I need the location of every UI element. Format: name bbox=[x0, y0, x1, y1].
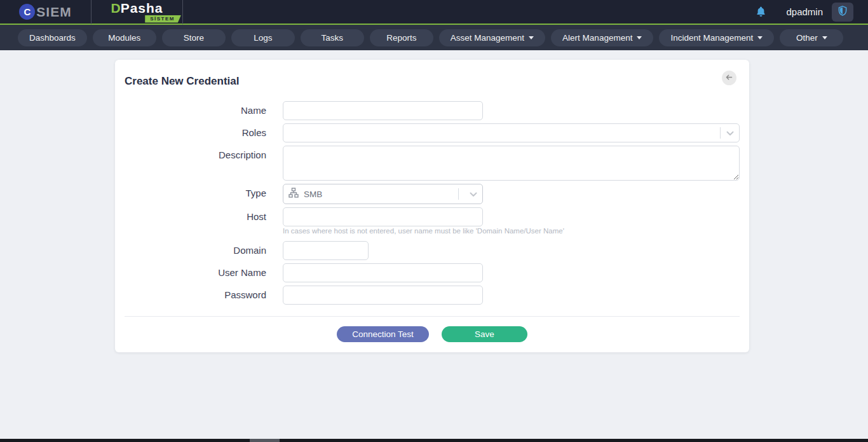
chevron-down-icon bbox=[529, 36, 534, 39]
user-name-input[interactable] bbox=[283, 263, 483, 282]
domain-input[interactable] bbox=[283, 241, 369, 260]
description-row: Description bbox=[125, 146, 740, 181]
domain-row: Domain bbox=[125, 241, 740, 260]
top-header: C SIEM D Pasha SİSTEM dpadmin bbox=[0, 0, 868, 25]
csiem-logo: C SIEM bbox=[0, 0, 91, 24]
chevron-down-icon bbox=[757, 36, 763, 39]
logged-in-username[interactable]: dpadmin bbox=[786, 6, 823, 17]
nav-item-tasks[interactable]: Tasks bbox=[301, 29, 364, 46]
nav-item-modules[interactable]: Modules bbox=[93, 29, 156, 46]
horizontal-scrollbar-thumb[interactable] bbox=[250, 439, 280, 442]
nav-item-alert-management[interactable]: Alert Management bbox=[551, 29, 653, 46]
form-actions: Connection Test Save bbox=[125, 317, 740, 342]
header-divider bbox=[182, 0, 183, 24]
host-row: Host bbox=[125, 207, 740, 226]
save-button[interactable]: Save bbox=[442, 326, 527, 342]
sitemap-icon bbox=[288, 188, 299, 200]
description-label: Description bbox=[125, 146, 283, 165]
account-shield-button[interactable] bbox=[832, 3, 853, 22]
type-selected-value: SMB bbox=[304, 190, 322, 199]
chevron-down-icon bbox=[822, 36, 827, 39]
dpasha-sistem-badge: SİSTEM bbox=[145, 15, 181, 23]
dpasha-logo-text: D Pasha bbox=[111, 1, 163, 15]
dpasha-logo: D Pasha SİSTEM bbox=[92, 0, 182, 24]
roles-label: Roles bbox=[125, 123, 283, 142]
host-input[interactable] bbox=[283, 207, 483, 226]
roles-select[interactable] bbox=[283, 123, 740, 142]
domain-label: Domain bbox=[125, 241, 283, 260]
nav-item-asset-management[interactable]: Asset Management bbox=[439, 29, 545, 46]
nav-item-incident-management[interactable]: Incident Management bbox=[659, 29, 774, 46]
arrow-left-icon bbox=[725, 73, 733, 83]
password-label: Password bbox=[125, 286, 283, 305]
notifications-bell-icon[interactable] bbox=[755, 6, 767, 18]
chevron-down-icon bbox=[637, 36, 642, 39]
host-label: Host bbox=[125, 207, 283, 226]
chevron-down-icon bbox=[470, 188, 477, 200]
page-title: Create New Credential bbox=[125, 75, 740, 89]
shield-icon bbox=[837, 5, 848, 18]
roles-row: Roles bbox=[125, 123, 740, 142]
main-nav: Dashboards Modules Store Logs Tasks Repo… bbox=[0, 25, 868, 50]
csiem-logo-text: SIEM bbox=[36, 4, 71, 20]
description-textarea[interactable] bbox=[283, 146, 740, 181]
connection-test-button[interactable]: Connection Test bbox=[337, 326, 429, 342]
nav-item-dashboards[interactable]: Dashboards bbox=[18, 29, 87, 46]
name-input[interactable] bbox=[283, 101, 483, 120]
horizontal-scrollbar[interactable] bbox=[0, 439, 868, 442]
type-row: Type SMB bbox=[125, 184, 740, 204]
nav-item-logs[interactable]: Logs bbox=[231, 29, 295, 46]
nav-item-reports[interactable]: Reports bbox=[370, 29, 433, 46]
password-row: Password bbox=[125, 286, 740, 305]
type-label: Type bbox=[125, 184, 283, 203]
host-help-text: In cases where host is not entered, user… bbox=[283, 227, 740, 235]
chevron-down-icon bbox=[726, 127, 734, 139]
create-credential-card: Create New Credential Name Roles bbox=[115, 60, 749, 352]
csiem-logo-icon: C bbox=[19, 4, 35, 20]
name-row: Name bbox=[125, 101, 740, 120]
name-label: Name bbox=[125, 101, 283, 120]
credential-form: Name Roles Description Type bbox=[125, 101, 740, 342]
nav-item-store[interactable]: Store bbox=[162, 29, 226, 46]
user-name-row: User Name bbox=[125, 263, 740, 282]
type-select[interactable]: SMB bbox=[283, 184, 483, 204]
user-name-label: User Name bbox=[125, 263, 283, 282]
password-input[interactable] bbox=[283, 286, 483, 305]
nav-item-other[interactable]: Other bbox=[780, 29, 843, 46]
back-button[interactable] bbox=[722, 71, 736, 85]
